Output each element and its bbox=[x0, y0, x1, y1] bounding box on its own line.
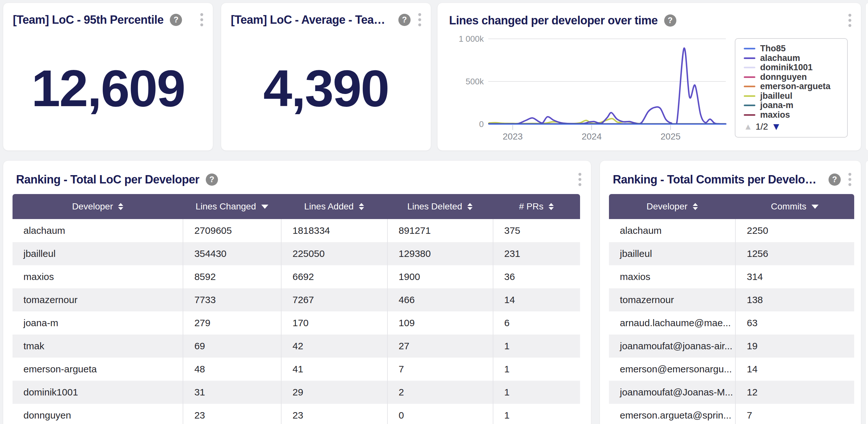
help-icon[interactable]: ? bbox=[829, 173, 841, 186]
legend-swatch bbox=[744, 57, 755, 59]
legend-page-down-icon[interactable]: ▼ bbox=[771, 121, 781, 132]
column-label: Lines Added bbox=[304, 201, 353, 212]
y-axis-tick-label: 0 bbox=[479, 119, 484, 129]
column-header-prs[interactable]: # PRs bbox=[493, 201, 580, 212]
sort-desc-icon bbox=[811, 205, 818, 209]
table-row: tomazernour138 bbox=[609, 288, 854, 312]
table-cell: maxios bbox=[609, 265, 735, 288]
ranking-table: DeveloperLines ChangedLines AddedLines D… bbox=[12, 194, 580, 424]
legend-swatch bbox=[744, 48, 755, 50]
table-cell: tomazernour bbox=[609, 288, 735, 312]
table-cell: emerson@emersonargu... bbox=[609, 358, 735, 381]
chart-legend: Tho85alachaumdominik1001donnguyenemerson… bbox=[735, 38, 848, 138]
column-label: Developer bbox=[72, 201, 113, 212]
panel-header: [Team] LoC - Average - Team... ? bbox=[231, 12, 423, 28]
table-cell: 1818334 bbox=[281, 219, 387, 242]
legend-item-joana-m[interactable]: joana-m bbox=[744, 101, 844, 110]
table-cell: 48 bbox=[183, 358, 281, 381]
table-cell: 27 bbox=[387, 334, 493, 358]
x-axis-tick-label: 2024 bbox=[582, 131, 601, 141]
table-cell: 1 bbox=[493, 404, 580, 424]
legend-item-maxios[interactable]: maxios bbox=[744, 110, 844, 120]
column-header-commits[interactable]: Commits bbox=[735, 201, 854, 212]
panel-title: Ranking - Total LoC per Developer bbox=[16, 173, 199, 186]
table-cell: 0 bbox=[387, 404, 493, 424]
table-cell: tomazernour bbox=[12, 288, 183, 312]
column-header-lines-changed[interactable]: Lines Changed bbox=[183, 201, 281, 212]
table-cell: 279 bbox=[183, 312, 281, 334]
column-header-developer[interactable]: Developer bbox=[609, 201, 735, 212]
legend-label: alachaum bbox=[760, 53, 800, 63]
table-cell: 375 bbox=[493, 219, 580, 242]
table-row: emerson@emersonargu...14 bbox=[609, 358, 854, 381]
legend-label: joana-m bbox=[760, 100, 794, 110]
column-label: Lines Changed bbox=[195, 201, 256, 212]
table-row: jbailleul354430225050129380231 bbox=[12, 242, 580, 265]
sort-desc-icon bbox=[261, 205, 268, 209]
legend-item-tho85[interactable]: Tho85 bbox=[744, 44, 844, 54]
table-row: arnaud.lachaume@mae...63 bbox=[609, 312, 854, 334]
table-header-row: DeveloperLines ChangedLines AddedLines D… bbox=[12, 194, 580, 219]
x-axis-tick-label: 2023 bbox=[503, 131, 523, 141]
table-cell: 6 bbox=[493, 312, 580, 334]
legend-swatch bbox=[744, 86, 755, 87]
kebab-menu-icon[interactable] bbox=[847, 172, 852, 187]
kebab-menu-icon[interactable] bbox=[577, 172, 583, 187]
table-cell: 7 bbox=[387, 358, 493, 381]
table-cell: jbailleul bbox=[12, 242, 183, 265]
legend-label: maxios bbox=[760, 110, 790, 120]
column-header-lines-deleted[interactable]: Lines Deleted bbox=[387, 201, 493, 212]
table-cell: 14 bbox=[493, 288, 580, 312]
sort-both-icon bbox=[467, 203, 472, 210]
legend-page-up-icon[interactable]: ▲ bbox=[744, 122, 752, 132]
table-cell: 1 bbox=[493, 358, 580, 381]
table-row: donnguyen232301 bbox=[12, 404, 580, 424]
panel-header: Ranking - Total LoC per Developer ? bbox=[16, 172, 583, 187]
help-icon[interactable]: ? bbox=[170, 14, 182, 26]
table-cell: 7267 bbox=[281, 288, 387, 312]
table-cell: 29 bbox=[281, 381, 387, 404]
table-cell: maxios bbox=[12, 265, 183, 288]
table-row: emerson.argueta@sprin...7 bbox=[609, 404, 854, 424]
panel-title: Ranking - Total Commits per Developer bbox=[613, 173, 822, 186]
panel-title: [Team] LoC - Average - Team... bbox=[231, 13, 392, 27]
table-row: joana-m2791701096 bbox=[12, 312, 580, 334]
table-cell: 7733 bbox=[183, 288, 281, 312]
legend-item-dominik1001[interactable]: dominik1001 bbox=[744, 63, 844, 72]
legend-item-donnguyen[interactable]: donnguyen bbox=[744, 72, 844, 82]
table-cell: 138 bbox=[735, 288, 854, 312]
table-row: joanamoufat@Joanas-M...12 bbox=[609, 381, 854, 404]
legend-item-alachaum[interactable]: alachaum bbox=[744, 54, 844, 63]
table-row: tomazernour7733726746614 bbox=[12, 288, 580, 312]
table-row: tmak6942271 bbox=[12, 334, 580, 358]
column-header-lines-added[interactable]: Lines Added bbox=[281, 201, 387, 212]
y-axis-tick-label: 500k bbox=[466, 77, 484, 86]
help-icon[interactable]: ? bbox=[206, 173, 218, 186]
table-body: alachaum2250jbailleul1256maxios314tomaze… bbox=[609, 219, 854, 424]
legend-item-jbailleul[interactable]: jbailleul bbox=[744, 91, 844, 101]
help-icon[interactable]: ? bbox=[398, 14, 410, 26]
table-cell: 14 bbox=[735, 358, 854, 381]
table-cell: 31 bbox=[183, 381, 281, 404]
legend-label: jbailleul bbox=[760, 91, 793, 101]
table-cell: 23 bbox=[281, 404, 387, 424]
column-header-developer[interactable]: Developer bbox=[12, 201, 183, 212]
kebab-menu-icon[interactable] bbox=[417, 12, 423, 28]
table-cell: 36 bbox=[493, 265, 580, 288]
stat-value: 4,390 bbox=[221, 62, 431, 114]
chart-panel-lines-changed: Lines changed per developer over time ? … bbox=[437, 3, 861, 151]
table-cell: 1256 bbox=[735, 242, 854, 265]
table-cell: arnaud.lachaume@mae... bbox=[609, 312, 735, 334]
kebab-menu-icon[interactable] bbox=[199, 12, 205, 28]
partial-panel-edge bbox=[865, 3, 868, 151]
table-cell: jbailleul bbox=[609, 242, 735, 265]
table-cell: alachaum bbox=[12, 219, 183, 242]
table-panel-total-commits: Ranking - Total Commits per Developer ? … bbox=[600, 160, 861, 424]
sort-both-icon bbox=[693, 203, 698, 210]
table-cell: 23 bbox=[183, 404, 281, 424]
ranking-table: DeveloperCommits alachaum2250jbailleul12… bbox=[609, 194, 854, 424]
sort-both-icon bbox=[359, 203, 364, 210]
table-row: dominik1001312921 bbox=[12, 381, 580, 404]
table-cell: 69 bbox=[183, 334, 281, 358]
legend-item-emerson-argueta[interactable]: emerson-argueta bbox=[744, 82, 844, 91]
